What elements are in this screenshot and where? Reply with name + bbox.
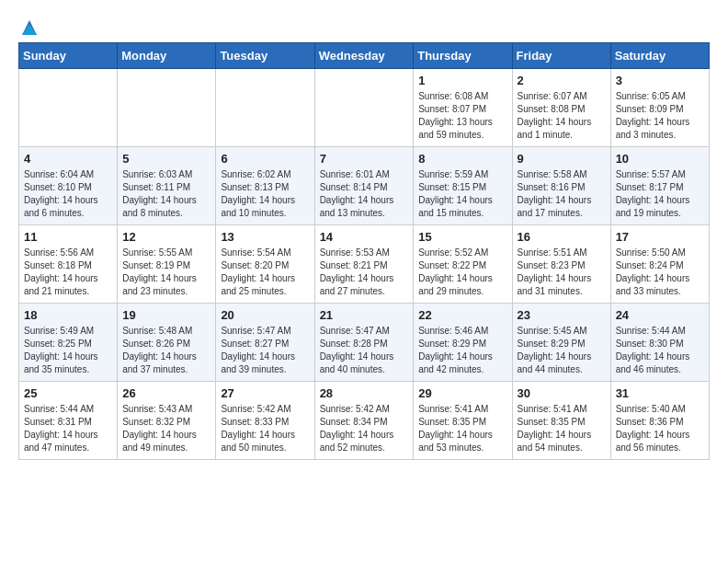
calendar-day-cell: 6Sunrise: 6:02 AMSunset: 8:13 PMDaylight… bbox=[216, 147, 314, 225]
day-content: Sunrise: 5:47 AMSunset: 8:28 PMDaylight:… bbox=[320, 325, 409, 376]
day-content: Sunrise: 5:53 AMSunset: 8:21 PMDaylight:… bbox=[320, 247, 409, 298]
day-number: 19 bbox=[122, 308, 210, 322]
day-number: 23 bbox=[518, 308, 606, 322]
day-content: Sunrise: 5:47 AMSunset: 8:27 PMDaylight:… bbox=[221, 325, 309, 376]
calendar-week-row: 11Sunrise: 5:56 AMSunset: 8:18 PMDayligh… bbox=[19, 225, 710, 304]
calendar-day-cell: 5Sunrise: 6:03 AMSunset: 8:11 PMDaylight… bbox=[118, 147, 216, 225]
day-content: Sunrise: 6:08 AMSunset: 8:07 PMDaylight:… bbox=[418, 90, 506, 142]
weekday-header-sunday: Sunday bbox=[19, 43, 118, 69]
calendar-day-cell: 18Sunrise: 5:49 AMSunset: 8:25 PMDayligh… bbox=[19, 304, 118, 382]
calendar-day-cell: 26Sunrise: 5:43 AMSunset: 8:32 PMDayligh… bbox=[118, 382, 216, 460]
day-number: 3 bbox=[616, 74, 704, 87]
day-content: Sunrise: 6:05 AMSunset: 8:09 PMDaylight:… bbox=[616, 90, 704, 142]
day-number: 22 bbox=[418, 308, 506, 322]
day-number: 15 bbox=[418, 230, 506, 244]
calendar-table: SundayMondayTuesdayWednesdayThursdayFrid… bbox=[18, 42, 710, 460]
calendar-day-cell: 2Sunrise: 6:07 AMSunset: 8:08 PMDaylight… bbox=[512, 69, 610, 147]
day-content: Sunrise: 6:02 AMSunset: 8:13 PMDaylight:… bbox=[221, 168, 309, 220]
day-content: Sunrise: 5:52 AMSunset: 8:22 PMDaylight:… bbox=[418, 247, 506, 298]
day-number: 16 bbox=[518, 230, 606, 244]
empty-cell bbox=[216, 69, 314, 147]
day-number: 7 bbox=[320, 152, 409, 166]
weekday-header-wednesday: Wednesday bbox=[314, 43, 414, 69]
day-number: 14 bbox=[320, 230, 409, 244]
day-content: Sunrise: 5:49 AMSunset: 8:25 PMDaylight:… bbox=[24, 325, 112, 376]
weekday-header-row: SundayMondayTuesdayWednesdayThursdayFrid… bbox=[19, 43, 710, 69]
empty-cell bbox=[314, 69, 414, 147]
logo bbox=[18, 18, 39, 33]
day-content: Sunrise: 5:46 AMSunset: 8:29 PMDaylight:… bbox=[418, 325, 506, 376]
day-number: 10 bbox=[616, 152, 704, 166]
day-number: 6 bbox=[221, 152, 309, 166]
day-number: 2 bbox=[518, 74, 606, 87]
empty-cell bbox=[19, 69, 118, 147]
day-content: Sunrise: 6:01 AMSunset: 8:14 PMDaylight:… bbox=[320, 168, 409, 220]
calendar-day-cell: 13Sunrise: 5:54 AMSunset: 8:20 PMDayligh… bbox=[216, 225, 314, 304]
day-content: Sunrise: 5:56 AMSunset: 8:18 PMDaylight:… bbox=[24, 247, 112, 298]
day-content: Sunrise: 5:41 AMSunset: 8:35 PMDaylight:… bbox=[418, 403, 506, 454]
calendar-day-cell: 8Sunrise: 5:59 AMSunset: 8:15 PMDaylight… bbox=[414, 147, 512, 225]
day-number: 30 bbox=[518, 386, 606, 400]
calendar-day-cell: 9Sunrise: 5:58 AMSunset: 8:16 PMDaylight… bbox=[512, 147, 610, 225]
day-content: Sunrise: 6:04 AMSunset: 8:10 PMDaylight:… bbox=[24, 168, 112, 220]
calendar-week-row: 4Sunrise: 6:04 AMSunset: 8:10 PMDaylight… bbox=[19, 147, 710, 225]
calendar-day-cell: 27Sunrise: 5:42 AMSunset: 8:33 PMDayligh… bbox=[216, 382, 314, 460]
day-content: Sunrise: 5:57 AMSunset: 8:17 PMDaylight:… bbox=[616, 168, 704, 220]
day-content: Sunrise: 5:44 AMSunset: 8:30 PMDaylight:… bbox=[616, 325, 704, 376]
day-number: 5 bbox=[122, 152, 210, 166]
day-number: 28 bbox=[320, 386, 409, 400]
calendar-day-cell: 28Sunrise: 5:42 AMSunset: 8:34 PMDayligh… bbox=[314, 382, 414, 460]
day-number: 13 bbox=[221, 230, 309, 244]
day-number: 9 bbox=[518, 152, 606, 166]
day-number: 18 bbox=[24, 308, 112, 322]
weekday-header-thursday: Thursday bbox=[414, 43, 512, 69]
empty-cell bbox=[118, 69, 216, 147]
day-number: 20 bbox=[221, 308, 309, 322]
day-content: Sunrise: 5:42 AMSunset: 8:34 PMDaylight:… bbox=[320, 403, 409, 454]
day-content: Sunrise: 5:41 AMSunset: 8:35 PMDaylight:… bbox=[518, 403, 606, 454]
day-number: 4 bbox=[24, 152, 112, 166]
day-number: 26 bbox=[122, 386, 210, 400]
day-content: Sunrise: 5:59 AMSunset: 8:15 PMDaylight:… bbox=[418, 168, 506, 220]
weekday-header-tuesday: Tuesday bbox=[216, 43, 314, 69]
day-content: Sunrise: 5:54 AMSunset: 8:20 PMDaylight:… bbox=[221, 247, 309, 298]
day-number: 11 bbox=[24, 230, 112, 244]
calendar-day-cell: 11Sunrise: 5:56 AMSunset: 8:18 PMDayligh… bbox=[19, 225, 118, 304]
day-number: 1 bbox=[418, 74, 506, 87]
day-content: Sunrise: 6:03 AMSunset: 8:11 PMDaylight:… bbox=[122, 168, 210, 220]
logo-triangle-icon bbox=[20, 18, 39, 37]
weekday-header-friday: Friday bbox=[512, 43, 610, 69]
day-number: 31 bbox=[616, 386, 704, 400]
page-header bbox=[18, 18, 710, 33]
calendar-day-cell: 21Sunrise: 5:47 AMSunset: 8:28 PMDayligh… bbox=[314, 304, 414, 382]
calendar-day-cell: 15Sunrise: 5:52 AMSunset: 8:22 PMDayligh… bbox=[414, 225, 512, 304]
calendar-day-cell: 19Sunrise: 5:48 AMSunset: 8:26 PMDayligh… bbox=[118, 304, 216, 382]
calendar-day-cell: 7Sunrise: 6:01 AMSunset: 8:14 PMDaylight… bbox=[314, 147, 414, 225]
calendar-week-row: 18Sunrise: 5:49 AMSunset: 8:25 PMDayligh… bbox=[19, 304, 710, 382]
day-number: 24 bbox=[616, 308, 704, 322]
day-number: 8 bbox=[418, 152, 506, 166]
day-number: 25 bbox=[24, 386, 112, 400]
calendar-day-cell: 20Sunrise: 5:47 AMSunset: 8:27 PMDayligh… bbox=[216, 304, 314, 382]
day-content: Sunrise: 5:43 AMSunset: 8:32 PMDaylight:… bbox=[122, 403, 210, 454]
calendar-day-cell: 23Sunrise: 5:45 AMSunset: 8:29 PMDayligh… bbox=[512, 304, 610, 382]
calendar-day-cell: 4Sunrise: 6:04 AMSunset: 8:10 PMDaylight… bbox=[19, 147, 118, 225]
calendar-day-cell: 1Sunrise: 6:08 AMSunset: 8:07 PMDaylight… bbox=[414, 69, 512, 147]
day-content: Sunrise: 6:07 AMSunset: 8:08 PMDaylight:… bbox=[518, 90, 606, 142]
day-content: Sunrise: 5:50 AMSunset: 8:24 PMDaylight:… bbox=[616, 247, 704, 298]
day-number: 29 bbox=[418, 386, 506, 400]
calendar-day-cell: 12Sunrise: 5:55 AMSunset: 8:19 PMDayligh… bbox=[118, 225, 216, 304]
weekday-header-saturday: Saturday bbox=[610, 43, 709, 69]
calendar-day-cell: 17Sunrise: 5:50 AMSunset: 8:24 PMDayligh… bbox=[610, 225, 709, 304]
day-content: Sunrise: 5:42 AMSunset: 8:33 PMDaylight:… bbox=[221, 403, 309, 454]
calendar-week-row: 25Sunrise: 5:44 AMSunset: 8:31 PMDayligh… bbox=[19, 382, 710, 460]
day-content: Sunrise: 5:51 AMSunset: 8:23 PMDaylight:… bbox=[518, 247, 606, 298]
day-content: Sunrise: 5:44 AMSunset: 8:31 PMDaylight:… bbox=[24, 403, 112, 454]
calendar-day-cell: 14Sunrise: 5:53 AMSunset: 8:21 PMDayligh… bbox=[314, 225, 414, 304]
day-number: 12 bbox=[122, 230, 210, 244]
weekday-header-monday: Monday bbox=[118, 43, 216, 69]
day-content: Sunrise: 5:45 AMSunset: 8:29 PMDaylight:… bbox=[518, 325, 606, 376]
calendar-day-cell: 16Sunrise: 5:51 AMSunset: 8:23 PMDayligh… bbox=[512, 225, 610, 304]
calendar-day-cell: 22Sunrise: 5:46 AMSunset: 8:29 PMDayligh… bbox=[414, 304, 512, 382]
day-number: 27 bbox=[221, 386, 309, 400]
